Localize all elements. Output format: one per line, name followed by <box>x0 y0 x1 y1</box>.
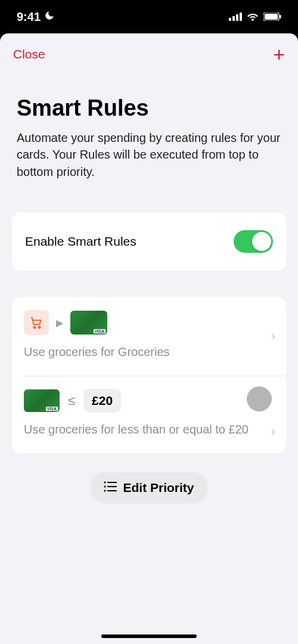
rule-description: Use groceries for less than or equal to … <box>24 421 274 438</box>
wifi-icon <box>247 10 259 24</box>
close-button[interactable]: Close <box>13 47 45 61</box>
operator-badge: ≤ <box>67 393 76 408</box>
chevron-right-icon: › <box>271 424 275 439</box>
plus-icon: + <box>273 43 285 66</box>
rule-icons: ≤ £20 <box>24 389 274 413</box>
home-indicator[interactable] <box>101 634 197 638</box>
svg-rect-0 <box>229 18 231 21</box>
page-subtitle: Automate your spending by creating rules… <box>17 129 281 180</box>
groceries-category-icon <box>24 310 49 335</box>
svg-rect-2 <box>236 14 238 21</box>
svg-rect-1 <box>232 16 235 21</box>
svg-point-7 <box>34 327 36 329</box>
card-icon <box>70 311 107 335</box>
svg-rect-6 <box>280 15 281 18</box>
edit-priority-button[interactable]: Edit Priority <box>91 472 207 503</box>
enable-label: Enable Smart Rules <box>25 234 136 249</box>
cellular-icon <box>229 10 242 24</box>
rule-row[interactable]: ≤ £20 Use groceries for less than or equ… <box>12 376 286 453</box>
rule-row[interactable]: ▶ Use groceries for Groceries › <box>12 297 286 376</box>
chevron-right-icon: › <box>271 329 275 344</box>
enable-toggle[interactable] <box>234 230 273 253</box>
svg-point-11 <box>104 486 106 488</box>
arrow-right-icon: ▶ <box>56 317 63 329</box>
sheet: Close + Smart Rules Automate your spendi… <box>0 33 298 644</box>
moon-icon <box>44 10 55 24</box>
svg-point-13 <box>104 490 106 492</box>
rule-icons: ▶ <box>24 310 274 335</box>
svg-rect-5 <box>265 14 278 20</box>
status-time: 9:41 <box>17 10 41 24</box>
edit-priority-label: Edit Priority <box>123 481 194 495</box>
page-title: Smart Rules <box>17 95 281 121</box>
add-button[interactable]: + <box>273 44 285 64</box>
enable-smart-rules-row: Enable Smart Rules <box>12 212 286 271</box>
battery-icon <box>263 10 281 24</box>
rule-description: Use groceries for Groceries <box>24 343 274 360</box>
rules-list: ▶ Use groceries for Groceries › ≤ £20 Us… <box>12 297 286 453</box>
list-icon <box>104 481 117 495</box>
amount-badge: £20 <box>83 389 121 413</box>
card-icon <box>24 389 60 412</box>
status-bar: 9:41 <box>0 0 298 33</box>
svg-rect-3 <box>240 13 242 21</box>
svg-point-8 <box>39 327 41 329</box>
header: Smart Rules Automate your spending by cr… <box>0 69 298 190</box>
svg-point-9 <box>104 482 106 484</box>
loading-indicator <box>247 386 272 411</box>
navbar: Close + <box>0 33 298 69</box>
